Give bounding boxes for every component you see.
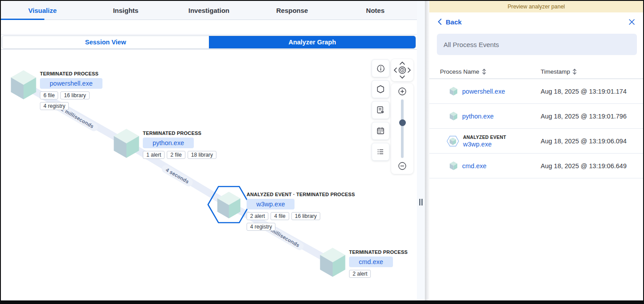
tab-insights[interactable]: Insights [84,1,168,20]
graph-toolbar [372,59,389,161]
column-header-process-name[interactable]: Process Name [429,68,541,75]
node-badge: 16 library [60,91,89,99]
tab-investigation[interactable]: Investigation [167,1,251,20]
app-window: Visualize Insights Investigation Respons… [0,0,644,304]
table-row: ANALYZED EVENT w3wp.exe Aug 18, 2025 @ 1… [429,129,643,154]
analyzer-graph-canvas[interactable]: 622 milliseconds 4 seconds 555 milliseco… [1,50,417,303]
analyzed-event-label: ANALYZED EVENT [463,134,506,140]
node-name-button[interactable]: powershell.exe [40,78,102,89]
analyzer-graph-button[interactable]: Analyzer Graph [209,36,416,48]
process-name-link[interactable]: python.exe [462,113,494,120]
panel-resizer-gutter [417,1,425,303]
node-state-label: TERMINATED PROCESS [143,130,216,136]
legend-button[interactable] [372,80,389,98]
info-icon [377,64,385,73]
panel-resize-handle[interactable] [420,199,423,205]
date-picker-button[interactable] [372,122,389,140]
process-cube-icon[interactable] [111,128,142,159]
back-button[interactable]: Back [437,18,462,26]
process-events-table: Process Name Timestamp [429,65,643,178]
timestamp-value: Aug 18, 2025 @ 13:19:06.649 [541,162,627,170]
process-name-link[interactable]: cmd.exe [462,162,487,170]
analyzed-event-hexagon-cube-icon[interactable] [207,185,251,225]
close-panel-button[interactable] [628,19,635,25]
node-state-label: ANALYZED EVENT · TERMINATED PROCESS [247,192,355,197]
detail-tabs: Visualize Insights Investigation Respons… [1,1,417,20]
pan-center-icon[interactable] [399,67,406,74]
process-cube-icon [449,87,458,96]
node-badge: 2 alert [247,212,268,220]
node-badge: 1 alert [143,151,165,159]
process-cube-icon[interactable] [317,247,348,278]
tab-response[interactable]: Response [251,1,334,20]
document-detail-left-section: Visualize Insights Investigation Respons… [1,1,417,303]
node-state-label: TERMINATED PROCESS [40,71,102,76]
node-badge: 4 registry [247,223,275,231]
panel-title: All Process Events [437,34,637,55]
chevron-left-icon [437,18,442,25]
list-icon [376,147,385,156]
table-row: python.exe Aug 18, 2025 @ 13:19:01.796 [429,104,643,129]
tab-notes[interactable]: Notes [334,1,417,20]
view-toggle: Session View Analyzer Graph [2,36,416,49]
schema-icon [376,106,385,114]
node-badge: 6 file [40,91,58,99]
node-badge: 16 library [291,212,320,220]
panel-header: Back [429,12,643,31]
pan-up-icon[interactable] [400,62,404,64]
zoom-slider-track[interactable] [401,99,404,158]
node-badge: 4 file [271,212,289,220]
view-toggle-row: Session View Analyzer Graph [1,35,417,50]
process-cube-icon [449,111,458,121]
sort-icon [572,68,577,75]
node-badge: 2 alert [349,270,371,278]
table-header-row: Process Name Timestamp [429,65,643,79]
tab-content-spacer [1,20,417,35]
calendar-icon [376,126,385,135]
table-row: powershell.exe Aug 18, 2025 @ 13:19:01.1… [429,79,643,104]
hexagon-icon [376,85,385,94]
zoom-slider-thumb[interactable] [399,119,406,126]
session-view-button[interactable]: Session View [2,36,209,48]
sort-icon [482,68,487,75]
edge-label: 4 seconds [161,164,195,188]
close-icon [628,19,635,25]
process-cube-icon[interactable] [8,69,39,100]
node-name-button[interactable]: python.exe [143,138,194,148]
schema-button[interactable] [372,101,389,119]
events-list-button[interactable] [372,143,389,161]
node-state-label: TERMINATED PROCESS [349,249,408,255]
process-name-link[interactable]: powershell.exe [462,88,505,95]
timestamp-value: Aug 18, 2025 @ 13:19:06.094 [541,138,627,145]
column-header-timestamp[interactable]: Timestamp [541,68,577,75]
process-node-powershell: TERMINATED PROCESS powershell.exe 6 file… [8,69,39,102]
timestamp-value: Aug 18, 2025 @ 13:19:01.174 [541,88,627,95]
zoom-out-icon[interactable] [398,162,407,170]
pan-control [391,59,413,81]
info-button[interactable] [372,59,389,77]
preview-analyzer-panel: Preview analyzer panel Back All Process … [429,1,643,303]
table-row: cmd.exe Aug 18, 2025 @ 13:19:06.649 [429,154,643,178]
node-badge: 4 registry [40,102,69,110]
analyzed-event-hexagon-cube-icon [447,135,459,147]
zoom-in-icon[interactable] [398,87,407,96]
process-cube-icon [449,161,458,170]
process-node-cmd: TERMINATED PROCESS cmd.exe 2 alert [317,247,348,280]
process-node-w3wp-analyzed: ANALYZED EVENT · TERMINATED PROCESS w3wp… [207,185,251,226]
node-name-button[interactable]: w3wp.exe [247,199,295,209]
tab-visualize[interactable]: Visualize [1,1,84,20]
pan-right-icon[interactable] [408,68,410,72]
node-badge: 2 file [167,151,185,159]
pan-down-icon[interactable] [400,76,404,78]
screenshot-bottom-border [1,300,643,303]
timestamp-value: Aug 18, 2025 @ 13:19:01.796 [541,113,627,120]
node-name-button[interactable]: cmd.exe [349,257,393,267]
pan-left-icon[interactable] [394,68,397,72]
process-name-link[interactable]: w3wp.exe [463,141,506,148]
zoom-slider-panel [391,83,413,174]
process-node-python: TERMINATED PROCESS python.exe 1 alert 2 … [111,128,142,161]
panel-shadow [425,1,429,303]
preview-banner: Preview analyzer panel [429,1,643,12]
node-badge: 18 library [188,151,216,159]
